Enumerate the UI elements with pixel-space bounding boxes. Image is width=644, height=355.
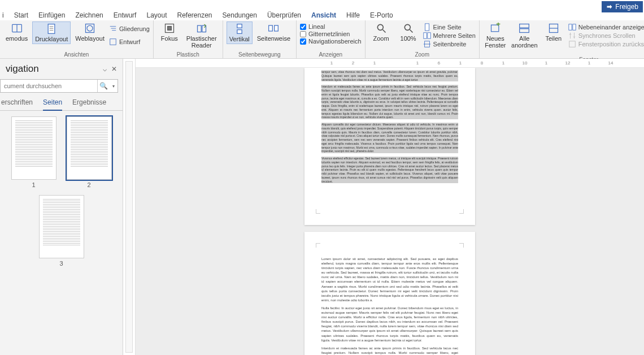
ruler-checkbox[interactable]: Lineal <box>300 23 362 30</box>
arrange-icon <box>519 23 530 34</box>
tab-layout[interactable]: Layout <box>146 11 167 19</box>
multi-page-icon <box>423 32 431 40</box>
svg-rect-13 <box>167 27 171 31</box>
tab-view[interactable]: Ansicht <box>311 11 336 19</box>
search-icon[interactable]: 🔍 <box>97 80 110 92</box>
tab-start[interactable]: Start <box>14 11 28 19</box>
sync-scroll-button: Synchrones Scrollen <box>568 32 644 40</box>
page-width-button[interactable]: Seitenbreite <box>423 40 476 48</box>
vertical-ruler[interactable] <box>123 59 136 355</box>
paragraph[interactable]: Nulla facilisi. In auctor eget justo sit… <box>321 306 458 343</box>
one-page-button[interactable]: Eine Seite <box>423 23 476 31</box>
vertical-button[interactable]: Vertikal <box>227 21 253 44</box>
tab-review[interactable]: Überprüfen <box>267 11 301 19</box>
focus-button[interactable]: Fokus <box>157 21 182 43</box>
globe-icon <box>84 23 95 34</box>
tab-help[interactable]: Hilfe <box>346 11 360 19</box>
thumbnail-page-2[interactable]: 2 <box>67 116 112 188</box>
side-by-side-button[interactable]: Nebeneinander anzeigen <box>568 23 644 31</box>
svg-rect-27 <box>491 25 498 32</box>
thumbnail-page-1[interactable]: 1 <box>11 116 56 188</box>
new-window-icon <box>490 23 501 34</box>
share-label: Freigeb <box>615 3 638 11</box>
gridlines-checkbox[interactable]: Gitternetzlinien <box>300 31 362 37</box>
magnifier-100-icon <box>403 23 414 34</box>
arrange-all-button[interactable]: Alleanordnen <box>510 21 539 50</box>
one-page-icon <box>423 23 431 31</box>
group-views-label: Ansichten <box>3 51 150 58</box>
svg-rect-23 <box>423 33 426 39</box>
group-zoom-label: Zoom <box>369 51 476 58</box>
horizontal-ruler[interactable]: 1211618110112114 <box>136 59 644 68</box>
zoom-100-button[interactable]: 100% <box>396 21 421 43</box>
page-width-icon <box>423 40 431 48</box>
svg-rect-15 <box>237 30 241 34</box>
navigation-search[interactable]: 🔍 ▾ <box>0 79 118 93</box>
svg-rect-24 <box>427 33 430 39</box>
search-input[interactable] <box>1 83 97 89</box>
web-layout-button[interactable]: Weblayout <box>73 21 107 43</box>
side-to-side-button[interactable]: Seitenweise <box>255 21 293 43</box>
new-window-button[interactable]: NeuesFenster <box>483 21 508 50</box>
paragraph[interactable]: tempor sem, vitae rhoncus nisi diam sed … <box>321 70 458 81</box>
group-pagemove-label: Seitenbewegung <box>227 51 293 58</box>
group-show: Lineal Gitternetzlinien Navigationsberei… <box>297 20 365 58</box>
tab-eporto[interactable]: E-Porto <box>370 11 393 19</box>
tab-insert[interactable]: Einfügen <box>38 11 65 19</box>
paragraph[interactable]: Vivamus eleifend efficitur egestas. Sed … <box>321 157 458 183</box>
document-page-3[interactable]: Lorem ipsum dolor sit amet, consectetur … <box>304 232 475 355</box>
nav-dropdown-icon[interactable]: ⌵ <box>103 65 107 73</box>
svg-rect-2 <box>48 24 55 34</box>
print-layout-button[interactable]: Drucklayout <box>32 21 71 44</box>
immersive-reader-button[interactable]: PlastischerReader <box>184 21 219 50</box>
svg-rect-34 <box>569 24 572 31</box>
svg-rect-16 <box>269 25 273 31</box>
tab-draw[interactable]: Zeichnen <box>75 11 103 19</box>
group-window: NeuesFenster Alleanordnen Teilen Nebenei… <box>480 20 644 58</box>
document-area[interactable]: tempor sem, vitae rhoncus nisi diam sed … <box>136 68 644 355</box>
tab-mailings[interactable]: Sendungen <box>223 11 257 19</box>
nav-tab-pages[interactable]: Seiten <box>43 96 62 111</box>
svg-rect-22 <box>425 24 429 31</box>
navpane-checkbox[interactable]: Navigationsbereich <box>300 38 362 45</box>
gridlines-checkbox-input[interactable] <box>300 31 306 37</box>
magnifier-icon <box>376 23 387 34</box>
paragraph[interactable]: Interdum et malesuada fames ac ante ipsu… <box>321 85 458 119</box>
tab-references[interactable]: Referenzen <box>177 11 212 19</box>
paragraph[interactable]: Aliquam convallis dui eget consectetur d… <box>321 123 458 153</box>
split-button[interactable]: Teilen <box>541 21 566 43</box>
svg-rect-11 <box>110 39 116 45</box>
group-zoom: Zoom 100% Eine Seite Mehrere Seiten Seit… <box>365 20 480 58</box>
zoom-button[interactable]: Zoom <box>369 21 394 43</box>
navpane-checkbox-input[interactable] <box>300 38 306 45</box>
document-page-2[interactable]: tempor sem, vitae rhoncus nisi diam sed … <box>304 68 475 225</box>
multi-page-button[interactable]: Mehrere Seiten <box>423 32 476 40</box>
svg-point-18 <box>377 24 383 30</box>
search-dropdown-icon[interactable]: ▾ <box>110 84 118 89</box>
share-icon <box>606 3 613 10</box>
svg-rect-36 <box>569 41 576 47</box>
crop-mark <box>459 243 464 248</box>
nav-tab-headings[interactable]: erschriften <box>1 96 33 110</box>
nav-tab-results[interactable]: Ergebnisse <box>72 96 106 110</box>
side-by-side-icon <box>568 23 576 31</box>
draft-button[interactable]: Entwurf <box>109 38 150 46</box>
tab-design[interactable]: Entwurf <box>114 11 137 19</box>
reset-window-button: Fensterposition zurücksetzen <box>568 40 644 48</box>
vertical-icon <box>234 23 245 34</box>
paragraph[interactable]: Lorem ipsum dolor sit amet, consectetur … <box>321 257 458 302</box>
horizontal-icon <box>268 23 279 34</box>
focus-icon <box>164 23 175 34</box>
paragraph[interactable]: Interdum et malesuada fames ac ante ipsu… <box>321 346 458 355</box>
ruler-checkbox-input[interactable] <box>300 24 306 30</box>
svg-rect-35 <box>573 24 576 31</box>
svg-rect-30 <box>520 24 529 28</box>
svg-line-19 <box>382 30 385 33</box>
thumbnail-page-3[interactable]: 3 <box>39 195 84 267</box>
read-mode-button[interactable]: emodus <box>3 21 30 43</box>
group-immersive: Fokus PlastischerReader Plastisch <box>154 20 223 58</box>
nav-close-icon[interactable]: ✕ <box>111 65 117 73</box>
outline-button[interactable]: Gliederung <box>109 25 150 33</box>
tab-file[interactable]: i <box>2 11 4 19</box>
svg-point-7 <box>87 25 93 31</box>
